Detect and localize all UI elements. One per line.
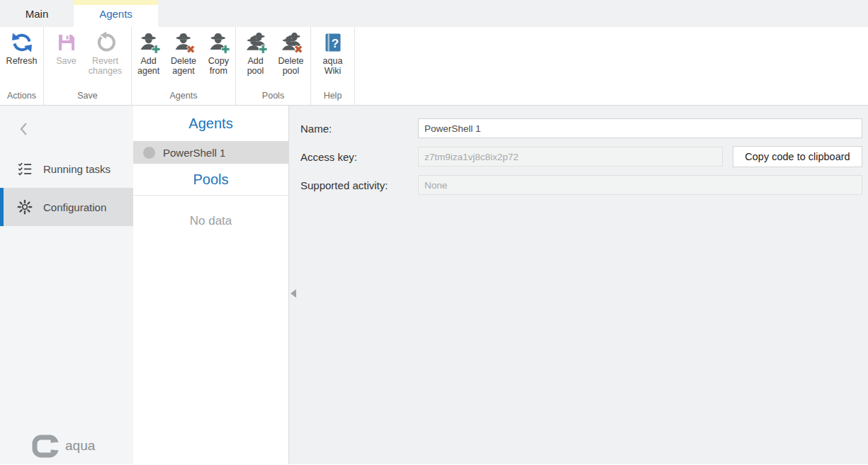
add-pool-icon — [244, 31, 267, 54]
supported-activity-input[interactable] — [418, 175, 862, 195]
agent-details-panel: Name: Access key: Copy code to clipboard… — [289, 106, 868, 464]
refresh-icon — [11, 31, 33, 54]
form-row-access-key: Access key: Copy code to clipboard — [300, 146, 862, 167]
sidebar: Running tasks Configura — [0, 106, 133, 464]
sidebar-item-running-tasks[interactable]: Running tasks — [0, 150, 133, 188]
access-key-label: Access key: — [300, 151, 418, 163]
agents-section-header: Agents — [133, 106, 288, 141]
sidebar-item-label: Running tasks — [43, 163, 111, 175]
access-key-input — [418, 147, 723, 167]
aqua-wiki-icon: ? — [322, 31, 344, 54]
copy-code-to-clipboard-button[interactable]: Copy code to clipboard — [733, 146, 862, 167]
add-agent-icon — [137, 31, 160, 54]
delete-agent-button[interactable]: Delete agent — [167, 31, 200, 77]
ribbon-group-actions: Refresh Actions — [0, 27, 44, 105]
sidebar-item-configuration[interactable]: Configuration — [0, 188, 133, 226]
save-icon — [55, 31, 78, 54]
name-input[interactable] — [418, 118, 862, 138]
aqua-wiki-button[interactable]: ? aqua Wiki — [316, 31, 350, 77]
ribbon-group-label-agents: Agents — [132, 89, 235, 105]
list-item-powershell-1[interactable]: PowerShell 1 — [133, 141, 288, 164]
delete-agent-icon — [172, 31, 195, 54]
aqua-logo-text: aqua — [65, 438, 95, 454]
copy-from-icon — [207, 31, 230, 54]
ribbon-group-label-actions: Actions — [0, 89, 43, 105]
save-button[interactable]: Save — [50, 31, 84, 66]
ribbon-group-agents: Add agent Delete agent Copy from Agents — [132, 27, 236, 105]
list-item-label: PowerShell 1 — [163, 147, 225, 159]
sidebar-item-label: Configuration — [43, 201, 106, 213]
form-row-name: Name: — [300, 118, 862, 138]
revert-icon — [94, 31, 117, 54]
tab-bar: Main Agents — [0, 0, 868, 27]
ribbon-group-pools: Add pool Delete pool Pools — [236, 27, 311, 105]
checklist-icon — [17, 161, 33, 177]
tab-agents-label: Agents — [99, 8, 133, 20]
add-pool-button[interactable]: Add pool — [239, 31, 273, 77]
revert-changes-button[interactable]: Revert changes — [85, 31, 126, 77]
ribbon-group-label-save: Save — [44, 89, 131, 105]
active-tab-accent — [74, 0, 158, 5]
name-label: Name: — [300, 123, 418, 135]
refresh-button[interactable]: Refresh — [1, 31, 43, 66]
tab-main[interactable]: Main — [0, 0, 74, 27]
delete-pool-icon — [280, 31, 303, 54]
ribbon-spacer — [355, 27, 868, 105]
ribbon-group-label-pools: Pools — [236, 89, 310, 105]
gear-icon — [17, 199, 33, 215]
form-row-supported-activity: Supported activity: — [300, 175, 862, 195]
aqua-logo: aqua — [31, 433, 95, 459]
supported-activity-label: Supported activity: — [300, 179, 418, 191]
copy-from-button[interactable]: Copy from — [202, 31, 235, 77]
delete-pool-button[interactable]: Delete pool — [274, 31, 308, 77]
agents-pools-list-panel: Agents PowerShell 1 Pools No data — [133, 106, 289, 464]
pools-empty-text: No data — [133, 214, 288, 228]
ribbon-group-label-help: Help — [311, 89, 354, 105]
aqua-logo-icon — [31, 433, 60, 459]
svg-text:?: ? — [331, 37, 338, 50]
tab-agents[interactable]: Agents — [74, 0, 158, 27]
status-dot — [143, 147, 155, 159]
chevron-left-icon — [18, 121, 30, 137]
ribbon-group-help: ? aqua Wiki Help — [311, 27, 355, 105]
pools-section-header: Pools — [133, 164, 288, 196]
sidebar-collapse-button[interactable] — [18, 121, 30, 140]
ribbon: Refresh Actions Save Revert chang — [0, 27, 868, 106]
panel-collapse-arrow-icon[interactable] — [291, 289, 296, 298]
add-agent-button[interactable]: Add agent — [132, 31, 165, 77]
ribbon-group-save: Save Revert changes Save — [44, 27, 132, 105]
